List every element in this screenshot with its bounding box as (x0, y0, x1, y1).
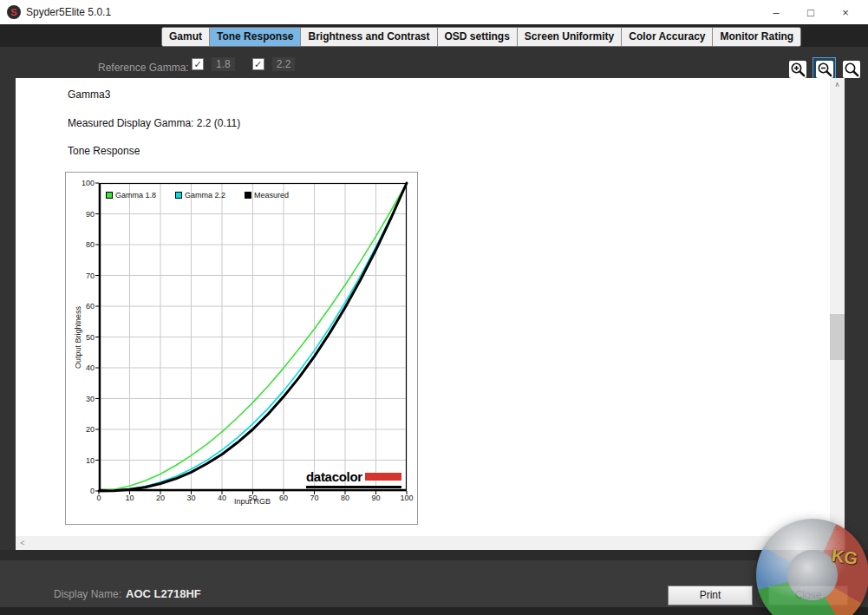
legend-item-gamma-1-8: Gamma 1.8 (106, 191, 156, 200)
y-tick-label: 70 (66, 272, 95, 280)
scroll-left-icon[interactable]: < (16, 536, 29, 550)
section-title: Tone Response (68, 145, 140, 157)
minimize-button[interactable]: – (759, 0, 793, 24)
y-tick-label: 20 (66, 425, 95, 434)
close-icon: × (842, 6, 849, 19)
gamma-2.2-check-group: ✓2.2 (252, 57, 296, 71)
datacolor-logo: datacolor (306, 469, 401, 488)
zoom-in-icon (789, 61, 806, 78)
datacolor-logo-red-bar (365, 473, 401, 481)
gamma-1.8-check-group: ✓1.8 (192, 57, 235, 71)
x-tick-label: 50 (242, 494, 264, 502)
x-tick-label: 30 (180, 494, 203, 502)
chart-legend: Gamma 1.8Gamma 2.2Measured (106, 191, 289, 200)
legend-item-measured: Measured (245, 191, 289, 200)
tab-screen-uniformity[interactable]: Screen Uniformity (517, 28, 621, 46)
footer-edge (0, 607, 868, 615)
y-tick-label: 40 (66, 363, 95, 372)
y-tick-label: 60 (66, 302, 95, 311)
legend-label-gamma-2-2: Gamma 2.2 (185, 191, 225, 200)
x-tick-label: 80 (334, 494, 356, 502)
content-panel: Gamma3 Measured Display Gamma: 2.2 (0.11… (16, 78, 830, 536)
y-tick-label: 100 (66, 179, 95, 187)
x-tick-label: 90 (365, 494, 388, 502)
zoom-fit-icon (843, 61, 860, 78)
x-tick-label: 40 (211, 494, 233, 502)
x-tick-label: 0 (88, 494, 110, 502)
vertical-scrollbar-thumb[interactable] (830, 314, 845, 360)
measured-gamma-text: Measured Display Gamma: 2.2 (0.11) (68, 117, 240, 129)
display-name: Display Name:AOC L2718HF (54, 587, 201, 600)
window-controls: –□× (759, 0, 863, 24)
zoom-fit-button[interactable] (839, 57, 863, 81)
x-tick-label: 60 (272, 494, 295, 502)
spyder-logo-icon: S (7, 5, 21, 19)
zoom-in-button[interactable] (786, 57, 809, 81)
legend-swatch-gamma-1-8 (106, 192, 113, 199)
x-tick-label: 10 (119, 494, 141, 502)
legend-swatch-measured (245, 192, 251, 199)
profile-name: Gamma3 (68, 88, 110, 101)
tab-monitor-rating[interactable]: Monitor Rating (712, 28, 800, 46)
chart-frame: Gamma 1.8Gamma 2.2Measured Output Bright… (65, 172, 418, 525)
tone-response-plot (99, 183, 407, 491)
print-button[interactable]: Print (668, 586, 753, 605)
close-button[interactable]: × (828, 0, 863, 24)
y-tick-label: 10 (66, 456, 95, 465)
app-window: S Spyder5Elite 5.0.1 –□× GamutTone Respo… (0, 0, 868, 615)
vertical-scrollbar[interactable]: ∧ ∨ (830, 78, 845, 536)
tab-color-accuracy[interactable]: Color Accuracy (621, 28, 712, 46)
tab-brightness-and-contrast[interactable]: Brightness and Contrast (300, 28, 436, 46)
legend-swatch-gamma-2-2 (175, 192, 182, 199)
tab-gamut[interactable]: Gamut (162, 28, 209, 46)
y-tick-label: 80 (66, 240, 95, 249)
gamma-1.8-label: 1.8 (212, 57, 235, 71)
x-tick-label: 20 (149, 494, 172, 502)
y-tick-label: 90 (66, 210, 95, 219)
zoom-out-button[interactable] (813, 57, 836, 81)
reference-gamma-label: Reference Gamma: (98, 62, 189, 74)
legend-item-gamma-2-2: Gamma 2.2 (175, 191, 225, 200)
legend-label-gamma-1-8: Gamma 1.8 (115, 191, 156, 200)
x-tick-label: 100 (395, 494, 418, 502)
legend-label-measured: Measured (254, 191, 289, 200)
horizontal-scrollbar[interactable]: < > (16, 536, 845, 550)
tab-strip: GamutTone ResponseBrightness and Contras… (0, 24, 868, 47)
tab-osd-settings[interactable]: OSD settings (437, 28, 517, 46)
title-bar: S Spyder5Elite 5.0.1 –□× (0, 0, 868, 24)
tab-tone-response[interactable]: Tone Response (209, 28, 300, 46)
display-name-value: AOC L2718HF (126, 587, 201, 600)
y-tick-label: 30 (66, 395, 95, 403)
kitguru-watermark-text: KG (831, 546, 859, 569)
display-name-label: Display Name: (54, 588, 121, 600)
maximize-icon: □ (807, 6, 814, 19)
gamma-2.2-label: 2.2 (272, 57, 296, 71)
zoom-out-icon (816, 61, 833, 78)
footer-shadow (0, 550, 868, 560)
window-title: Spyder5Elite 5.0.1 (26, 0, 111, 24)
maximize-button[interactable]: □ (793, 0, 828, 24)
tab-bar: GamutTone ResponseBrightness and Contras… (161, 27, 801, 47)
kitguru-watermark-core (787, 550, 837, 599)
x-tick-label: 70 (303, 494, 326, 502)
reference-gamma-checks: ✓1.8✓2.2 (192, 57, 295, 71)
scroll-up-icon[interactable]: ∧ (830, 78, 845, 92)
y-tick-label: 50 (66, 333, 95, 342)
minimize-icon: – (773, 6, 779, 19)
zoom-toolbar (786, 57, 863, 81)
datacolor-logo-text: datacolor (306, 469, 362, 484)
gamma-2.2-checkbox[interactable]: ✓ (252, 58, 264, 70)
gamma-1.8-checkbox[interactable]: ✓ (192, 58, 204, 70)
